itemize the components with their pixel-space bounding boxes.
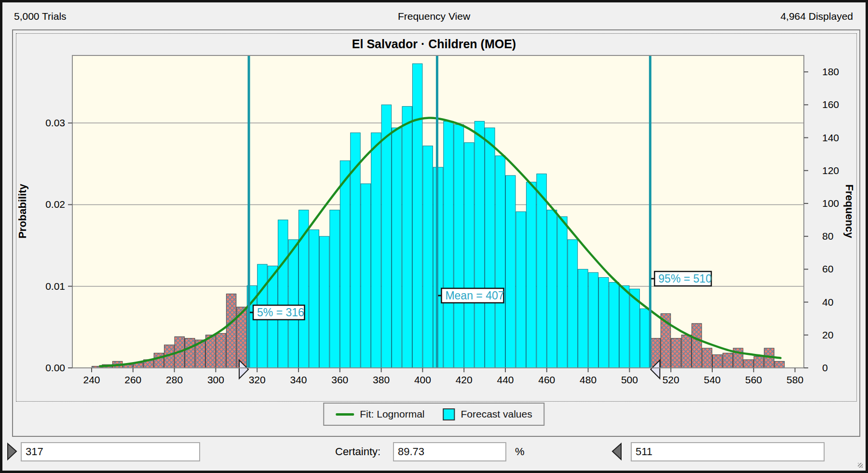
fit-line-swatch-icon bbox=[336, 413, 354, 416]
forecast-bar bbox=[506, 176, 515, 368]
x-tick-label: 300 bbox=[207, 374, 224, 385]
forecast-bar bbox=[330, 210, 339, 368]
chart-legend: Fit: Lognormal Forecast values bbox=[323, 403, 544, 426]
x-tick-label: 460 bbox=[538, 374, 555, 385]
excluded-bar bbox=[216, 333, 226, 368]
forecast-bar bbox=[588, 272, 598, 368]
x-tick-label: 360 bbox=[331, 374, 348, 385]
y-right-tick-label: 120 bbox=[822, 165, 839, 176]
forecast-bar bbox=[619, 285, 629, 368]
resize-grip[interactable] bbox=[858, 463, 863, 468]
range-max-input[interactable] bbox=[631, 442, 825, 461]
forecast-bar bbox=[640, 309, 650, 368]
x-tick-label: 540 bbox=[704, 374, 720, 385]
forecast-bar bbox=[526, 182, 536, 368]
range-min-grabber-icon bbox=[6, 443, 18, 463]
certainty-input[interactable] bbox=[393, 442, 506, 461]
forecast-bar bbox=[516, 212, 526, 368]
excluded-bar bbox=[713, 355, 722, 368]
excluded-bar bbox=[744, 360, 753, 368]
view-title: Frequency View bbox=[2, 11, 866, 22]
forecast-bar bbox=[537, 174, 546, 368]
x-tick-label: 560 bbox=[745, 374, 762, 385]
forecast-bar bbox=[599, 277, 609, 368]
forecast-histogram-plot: 5% = 316Mean = 40795% = 5102402602803003… bbox=[13, 30, 859, 436]
y-left-tick-label: 0.02 bbox=[45, 199, 65, 210]
certainty-label: Certainty: bbox=[335, 446, 380, 458]
y-right-tick-label: 160 bbox=[822, 99, 839, 110]
excluded-bar bbox=[226, 294, 236, 368]
forecast-bar bbox=[568, 240, 577, 368]
legend-forecast-label: Forecast values bbox=[461, 408, 532, 420]
excluded-bar bbox=[723, 353, 732, 368]
forecast-bar bbox=[464, 143, 474, 368]
y-left-tick-label: 0.03 bbox=[45, 117, 65, 128]
x-tick-label: 520 bbox=[663, 374, 679, 385]
excluded-bar bbox=[154, 353, 163, 368]
y-right-tick-label: 60 bbox=[822, 263, 833, 274]
x-tick-label: 480 bbox=[580, 374, 597, 385]
forecast-values-swatch-icon bbox=[443, 408, 455, 420]
excluded-bar bbox=[185, 338, 195, 368]
forecast-bar bbox=[578, 269, 588, 368]
range-min-input[interactable] bbox=[21, 442, 200, 461]
percent-sign: % bbox=[515, 446, 525, 458]
y-right-tick-label: 0 bbox=[822, 362, 828, 373]
forecast-bar bbox=[557, 216, 567, 368]
forecast-bar bbox=[475, 121, 484, 368]
y-right-tick-label: 80 bbox=[822, 230, 833, 242]
x-tick-label: 240 bbox=[83, 374, 100, 385]
x-tick-label: 400 bbox=[414, 374, 431, 385]
forecast-bar bbox=[392, 128, 402, 368]
forecast-bar bbox=[454, 124, 463, 368]
forecast-bar bbox=[412, 64, 422, 368]
x-tick-label: 280 bbox=[166, 374, 183, 385]
forecast-window: 5,000 Trials Frequency View 4,964 Displa… bbox=[0, 0, 868, 473]
forecast-bar bbox=[495, 156, 505, 368]
y-right-tick-label: 180 bbox=[822, 66, 839, 77]
y-right-tick-label: 140 bbox=[822, 132, 839, 143]
forecast-bar bbox=[309, 230, 319, 368]
y-right-tick-label: 20 bbox=[822, 329, 833, 340]
forecast-bar bbox=[371, 133, 381, 368]
x-tick-label: 580 bbox=[787, 374, 803, 385]
excluded-bar bbox=[681, 335, 691, 368]
y-right-tick-label: 40 bbox=[822, 297, 833, 308]
excluded-bar bbox=[671, 338, 681, 368]
forecast-bar bbox=[402, 107, 412, 368]
marker-label: 95% = 510 bbox=[658, 272, 712, 285]
marker-label: Mean = 407 bbox=[445, 289, 504, 302]
x-tick-label: 260 bbox=[124, 374, 141, 385]
x-tick-label: 420 bbox=[456, 374, 473, 385]
forecast-bar bbox=[547, 210, 556, 368]
forecast-bar bbox=[381, 105, 391, 368]
excluded-bar bbox=[692, 324, 702, 368]
y-right-tick-label: 100 bbox=[822, 198, 839, 209]
x-tick-label: 340 bbox=[290, 374, 307, 385]
legend-fit-label: Fit: Lognormal bbox=[360, 408, 424, 420]
marker-label: 5% = 316 bbox=[257, 306, 304, 319]
y-left-tick-label: 0.01 bbox=[45, 281, 65, 292]
displayed-count: 4,964 Displayed bbox=[780, 11, 853, 22]
x-tick-label: 380 bbox=[373, 374, 390, 385]
excluded-bar bbox=[702, 348, 712, 368]
forecast-bar bbox=[288, 240, 298, 368]
x-tick-label: 440 bbox=[497, 374, 514, 385]
forecast-bar bbox=[278, 220, 288, 368]
range-max-grabber-icon bbox=[611, 443, 623, 463]
forecast-bar bbox=[485, 128, 495, 368]
forecast-bar bbox=[609, 283, 619, 368]
x-tick-label: 500 bbox=[621, 374, 638, 385]
forecast-bar bbox=[423, 146, 433, 368]
y-left-tick-label: 0.00 bbox=[45, 362, 65, 373]
forecast-bar bbox=[361, 184, 370, 368]
forecast-bar bbox=[444, 121, 453, 368]
excluded-bar bbox=[774, 361, 784, 368]
x-tick-label: 320 bbox=[249, 374, 266, 385]
forecast-bar bbox=[340, 161, 350, 368]
forecast-bar bbox=[319, 236, 329, 368]
excluded-bar bbox=[754, 356, 763, 368]
